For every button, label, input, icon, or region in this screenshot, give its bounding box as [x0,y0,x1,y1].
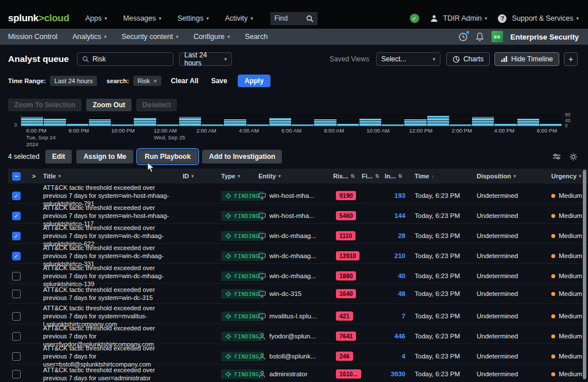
menu-activity[interactable]: Activity▾ [225,14,253,22]
nav-mission-control[interactable]: Mission Control [8,33,57,41]
assign-to-me-button[interactable]: Assign to Me [76,150,133,163]
column-header-type[interactable]: Type▾ [221,173,258,180]
entity-cell[interactable]: win-dc-mhaag... [258,232,333,240]
timeline-bar[interactable] [382,124,404,126]
search-filter-chip[interactable]: Risk × [133,76,162,86]
intermediate-count-link[interactable]: 48 [398,290,405,297]
splunk-cloud-logo[interactable]: splunk>cloud [8,13,69,24]
entity-cell[interactable]: win-dc-mhaag... [258,272,333,280]
column-header-findings[interactable]: Fi...⇅ [362,173,385,180]
timeline-bar[interactable] [202,124,223,126]
column-header-disposition[interactable]: Disposition▾ [473,173,551,180]
nav-security-content[interactable]: Security content▾ [122,33,179,41]
risk-score-badge[interactable]: 246 [336,352,353,361]
find-search-box[interactable] [270,12,318,25]
row-checkbox[interactable]: ✓ [12,332,21,341]
save-filter-button[interactable]: Save [211,77,227,85]
entity-cell[interactable]: bstoll@splunk... [258,353,333,360]
timeline-bar[interactable] [494,124,516,126]
column-header-id[interactable]: ID▾ [183,173,221,180]
run-playbook-button[interactable]: Run Playbook [138,150,198,163]
column-header-risk[interactable]: Ris...⇅ [333,173,362,180]
table-row[interactable]: ✓ ATT&CK tactic threshold exceeded over … [8,184,588,204]
intermediate-count-link[interactable]: 210 [394,252,405,259]
timeline-bar[interactable] [179,117,201,126]
finding-title[interactable]: ATT&CK tactic threshold exceeded over pr… [43,286,183,302]
row-checkbox[interactable]: ✓ [12,290,21,298]
table-row[interactable]: ✓ ATT&CK tactic threshold exceeded over … [8,324,588,344]
risk-score-badge[interactable]: 1110 [336,231,355,240]
risk-score-badge[interactable]: 5460 [336,211,356,220]
row-checkbox[interactable]: ✓ [12,192,21,200]
column-header-time[interactable]: Time↓ [411,173,473,180]
timeline-bar[interactable] [247,124,269,126]
table-row[interactable]: ✓ ATT&CK tactic threshold exceeded over … [8,304,588,324]
timeline-bar[interactable] [134,118,156,126]
table-row[interactable]: ✓ ATT&CK tactic threshold exceeded over … [8,204,588,224]
column-header-title[interactable]: Title▾ [43,173,183,180]
saved-views-dropdown[interactable]: Select... ▾ [376,52,440,66]
risk-score-badge[interactable]: 1610... [336,369,361,379]
health-status-icon[interactable]: ✓ [410,14,419,23]
timeline-bar[interactable] [337,124,359,126]
nav-analytics[interactable]: Analytics▾ [72,33,107,41]
risk-score-badge[interactable]: 9190 [336,191,356,200]
timeline-bar[interactable] [111,124,133,126]
entity-cell[interactable]: administrator [258,371,333,378]
entity-cell[interactable]: win-host-mha... [258,192,333,200]
timeline-bar[interactable] [450,124,471,126]
add-to-investigation-button[interactable]: Add to Investigation [202,150,282,163]
find-input[interactable] [274,14,306,22]
expand-all-header[interactable]: > [27,173,43,180]
intermediate-count-link[interactable]: 4 [402,353,405,360]
entity-cell[interactable]: mvalitus-l.splu... [258,313,333,320]
row-checkbox[interactable]: ✓ [12,232,21,240]
entity-cell[interactable]: win-dc-mhaag... [258,252,333,260]
intermediate-count-link[interactable]: 7 [402,313,405,319]
table-row[interactable]: ✓ ATT&CK tactic threshold exceeded over … [8,364,588,382]
apply-button[interactable]: Apply [238,75,270,87]
intermediate-count-link[interactable]: 446 [394,333,405,340]
bell-icon[interactable] [475,32,484,41]
support-menu[interactable]: Support & Services▾ [512,14,579,22]
entity-cell[interactable]: win-host-mha... [258,212,333,220]
edit-button[interactable]: Edit [45,150,72,163]
table-row[interactable]: ✓ ATT&CK tactic threshold exceeded over … [8,284,588,304]
hide-timeline-button[interactable]: Hide Timeline [494,52,559,66]
column-header-entity[interactable]: Entity▾ [258,173,333,180]
intermediate-count-link[interactable]: 193 [394,192,405,199]
scrollbar-thumb[interactable] [583,170,586,379]
timeline-bar[interactable] [67,124,88,126]
timeline-bar[interactable] [21,117,43,126]
risk-score-badge[interactable]: 1880 [336,271,356,280]
row-checkbox[interactable]: ✓ [12,272,21,280]
nav-search[interactable]: Search [245,33,268,41]
queue-search-box[interactable] [77,52,173,66]
table-row[interactable]: ✓ ATT&CK tactic threshold exceeded over … [8,224,588,244]
es-app-badge[interactable]: ES [492,31,503,42]
row-checkbox[interactable]: ✓ [12,352,21,361]
table-row[interactable]: ✓ ATT&CK tactic threshold exceeded over … [8,344,588,364]
nav-configure[interactable]: Configure▾ [194,33,230,41]
intermediate-count-link[interactable]: 3930 [390,371,405,377]
time-range-dropdown[interactable]: Last 24 hours ▾ [179,52,232,66]
risk-score-badge[interactable]: 7641 [336,332,356,341]
remove-filter-icon[interactable]: × [153,77,157,84]
table-row[interactable]: ✓ ATT&CK tactic threshold exceeded over … [8,244,588,264]
zoom-out-button[interactable]: Zoom Out [86,99,131,111]
risk-score-badge[interactable]: 1640 [336,289,356,298]
charts-button[interactable]: Charts [446,52,490,66]
table-row[interactable]: ✓ ATT&CK tactic threshold exceeded over … [8,264,588,284]
entity-cell[interactable]: win-dc-315 [258,290,333,298]
row-checkbox[interactable]: ✓ [12,370,21,379]
vertical-scrollbar[interactable] [583,169,586,380]
intermediate-count-link[interactable]: 28 [398,232,405,239]
timeline-bar[interactable] [472,117,494,126]
finding-title[interactable]: ATT&CK tactic threshold exceeded over pr… [43,264,183,288]
intermediate-count-link[interactable]: 144 [394,212,405,219]
timeline-chart[interactable]: 0 80 40 0 [21,115,562,126]
timeline-bar[interactable] [292,124,314,126]
add-view-button[interactable]: + [564,52,578,66]
queue-search-input[interactable] [92,55,168,63]
risk-score-badge[interactable]: 421 [336,311,353,321]
